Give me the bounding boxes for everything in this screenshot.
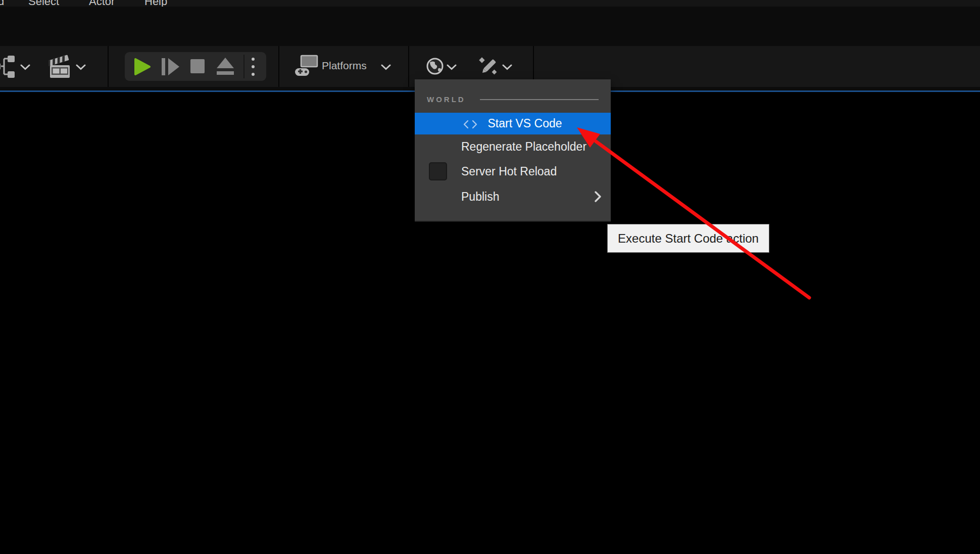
menu-item-label: Regenerate Placeholder — [461, 140, 586, 154]
menu-item-start-vs-code[interactable]: Start VS Code — [415, 113, 611, 134]
tooltip-text: Execute Start Code action — [618, 232, 759, 246]
menu-item-regenerate-placeholder[interactable]: Regenerate Placeholder — [415, 136, 611, 158]
code-icon — [463, 120, 477, 129]
chevron-down-icon[interactable] — [381, 64, 391, 70]
platforms-label[interactable]: Platforms — [322, 60, 367, 72]
chevron-down-icon[interactable] — [502, 64, 512, 70]
toolbar-divider — [278, 46, 279, 87]
quick-tools-icon[interactable] — [478, 56, 499, 77]
toolbar-divider — [108, 46, 109, 87]
play-button[interactable] — [133, 57, 152, 76]
toolbar-divider — [408, 46, 409, 87]
chevron-down-icon[interactable] — [76, 64, 86, 70]
tooltip: Execute Start Code action — [607, 224, 769, 253]
stop-button[interactable] — [190, 59, 206, 74]
menu-item-label: Server Hot Reload — [461, 165, 557, 178]
play-panel-divider — [243, 55, 244, 78]
menubar-item-actor[interactable]: Actor — [89, 0, 115, 7]
menubar: d Select Actor Help — [0, 0, 980, 7]
platforms-icon[interactable] — [295, 55, 318, 79]
step-forward-button[interactable] — [162, 57, 181, 76]
menubar-item-fragment[interactable]: d — [0, 0, 4, 7]
more-options-icon[interactable] — [251, 57, 255, 77]
menu-section-header: WORLD — [427, 95, 599, 104]
world-dropdown-menu: WORLD Start VS Code Regenerate Placehold… — [415, 79, 611, 222]
menu-item-server-hot-reload[interactable]: Server Hot Reload — [415, 159, 611, 183]
chevron-down-icon[interactable] — [20, 64, 30, 70]
menu-item-publish[interactable]: Publish — [415, 184, 611, 209]
submenu-chevron-right-icon — [595, 191, 602, 203]
play-controls-panel — [125, 52, 266, 81]
menubar-item-select[interactable]: Select — [28, 0, 59, 7]
menu-section-rule — [480, 99, 599, 100]
menu-item-label: Publish — [461, 190, 499, 204]
menu-item-label: Start VS Code — [487, 117, 562, 130]
blueprints-icon[interactable] — [0, 53, 16, 80]
checkbox-unchecked[interactable] — [429, 162, 447, 180]
world-globe-icon[interactable] — [426, 57, 444, 75]
eject-button[interactable] — [216, 57, 235, 76]
menubar-item-help[interactable]: Help — [144, 0, 167, 7]
cinematics-icon[interactable] — [48, 50, 74, 79]
menu-section-title: WORLD — [427, 95, 466, 104]
chevron-down-icon[interactable] — [447, 64, 457, 70]
